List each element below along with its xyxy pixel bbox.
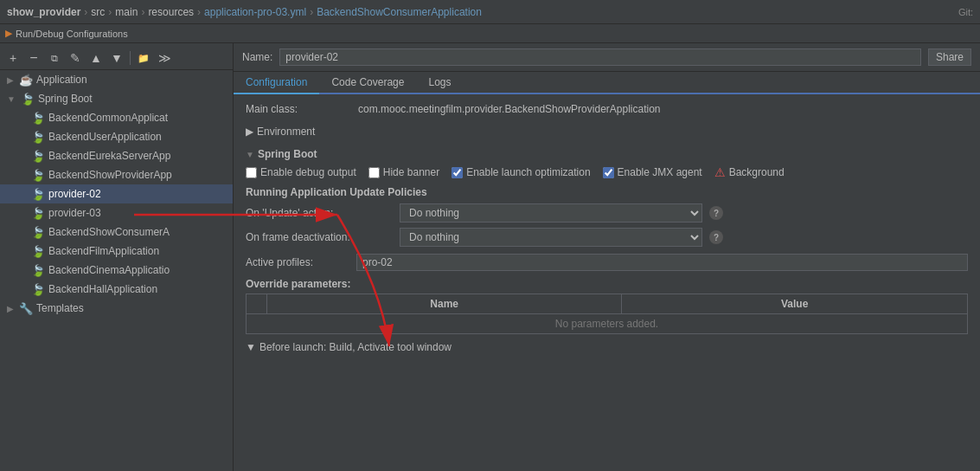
- remove-button[interactable]: −: [24, 48, 43, 68]
- sidebar-item-backend-hall[interactable]: 🍃 BackendHallApplication: [0, 280, 233, 299]
- sb-triangle-icon: ▼: [246, 150, 254, 159]
- name-input[interactable]: [279, 48, 921, 66]
- sb-icon-user: 🍃: [31, 130, 45, 144]
- move-down-button[interactable]: ▼: [107, 48, 126, 68]
- sidebar-label-backend-user: BackendUserApplication: [48, 131, 162, 143]
- add-button[interactable]: +: [3, 48, 22, 68]
- sidebar-item-provider-03[interactable]: 🍃 provider-03: [0, 203, 233, 223]
- before-launch-label: Before launch: Build, Activate tool wind…: [259, 341, 452, 353]
- table-row-empty: No parameters added.: [247, 314, 968, 334]
- environment-label: Environment: [257, 126, 315, 138]
- copy-button[interactable]: ⧉: [45, 48, 64, 68]
- springboot-group-icon: 🍃: [21, 92, 35, 106]
- spring-boot-section[interactable]: ▼ Spring Boot: [246, 148, 968, 160]
- sidebar-item-application[interactable]: ▶ ☕ Application: [0, 70, 233, 89]
- checkbox-debug-output[interactable]: Enable debug output: [246, 166, 356, 178]
- sidebar-label-provider-02: provider-02: [48, 188, 101, 200]
- tab-logs[interactable]: Logs: [416, 72, 463, 94]
- before-launch-section[interactable]: ▼ Before launch: Build, Activate tool wi…: [246, 341, 968, 353]
- main-class-row: Main class: com.mooc.meetingfilm.provide…: [246, 103, 968, 115]
- col-value: Value: [622, 294, 968, 314]
- expand-arrow-templates: ▶: [7, 304, 14, 313]
- update-help-icon[interactable]: ?: [709, 206, 723, 220]
- breadcrumb-item-6[interactable]: BackendShowConsumerApplication: [317, 6, 482, 18]
- checkboxes-row: Enable debug output Hide banner Enable l…: [246, 165, 968, 179]
- on-frame-select[interactable]: Do nothing Update classes and resources …: [400, 228, 702, 247]
- share-button[interactable]: Share: [928, 48, 971, 66]
- application-icon: ☕: [19, 73, 33, 87]
- breadcrumb-item-3[interactable]: main: [115, 6, 138, 18]
- checkbox-hide-banner[interactable]: Hide banner: [368, 166, 439, 178]
- breadcrumb-item-4[interactable]: resources: [148, 6, 194, 18]
- folder-button[interactable]: 📁: [134, 48, 153, 68]
- sidebar-label-backend-film: BackendFilmApplication: [48, 245, 159, 257]
- sidebar-item-backend-show-provider[interactable]: 🍃 BackendShowProviderApp: [0, 165, 233, 184]
- sidebar-label-application: Application: [36, 74, 87, 86]
- on-frame-label: On frame deactivation:: [246, 231, 393, 243]
- tab-code-coverage[interactable]: Code Coverage: [319, 72, 416, 94]
- breadcrumb-item-1[interactable]: show_provider: [7, 6, 80, 18]
- checkbox-hide-banner-input[interactable]: [368, 167, 380, 178]
- checkbox-hide-banner-label: Hide banner: [383, 166, 439, 178]
- sidebar-item-backend-user[interactable]: 🍃 BackendUserApplication: [0, 127, 233, 146]
- empty-msg: No parameters added.: [247, 314, 968, 334]
- content-area: Name: Share Configuration Code Coverage …: [234, 43, 980, 471]
- tab-configuration[interactable]: Configuration: [234, 72, 319, 94]
- sidebar-label-provider-03: provider-03: [48, 207, 101, 219]
- expand-arrow-springboot: ▼: [7, 94, 16, 104]
- run-debug-config-bar: ▶ Run/Debug Configurations: [0, 24, 980, 43]
- col-name: Name: [267, 294, 622, 314]
- checkbox-launch-opt-input[interactable]: [452, 167, 463, 178]
- sidebar-item-backend-film[interactable]: 🍃 BackendFilmApplication: [0, 242, 233, 261]
- on-update-select[interactable]: Do nothing Update classes and resources …: [400, 203, 702, 223]
- main-class-value: com.mooc.meetingfilm.provider.BackendSho…: [358, 103, 661, 115]
- sidebar-item-backend-eureka[interactable]: 🍃 BackendEurekaServerApp: [0, 146, 233, 165]
- sidebar-label-backend-eureka: BackendEurekaServerApp: [48, 150, 170, 162]
- breadcrumb-item-2[interactable]: src: [91, 6, 105, 18]
- sidebar-label-springboot: Spring Boot: [38, 93, 93, 105]
- sb-icon-common: 🍃: [31, 111, 45, 125]
- environment-section[interactable]: ▶ Environment: [246, 122, 968, 141]
- checkbox-background[interactable]: ⚠ Background: [714, 165, 785, 179]
- checkbox-launch-optimization[interactable]: Enable launch optimization: [452, 166, 590, 178]
- checkbox-jmx-input[interactable]: [603, 167, 614, 178]
- sb-icon-show-consumer: 🍃: [31, 225, 45, 239]
- sidebar-item-templates[interactable]: ▶ 🔧 Templates: [0, 299, 233, 318]
- git-label: Git:: [958, 7, 973, 17]
- checkbox-background-label: Background: [729, 166, 785, 178]
- toolbar-separator: [130, 51, 131, 65]
- checkbox-debug-input[interactable]: [246, 167, 257, 178]
- sidebar-label-backend-common: BackendCommonApplicat: [48, 112, 168, 124]
- params-table: Name Value No parameters added.: [246, 294, 968, 334]
- name-bar: Name: Share: [234, 43, 980, 72]
- sidebar-item-springboot-group[interactable]: ▼ 🍃 Spring Boot: [0, 89, 233, 108]
- on-update-label: On 'Update' action:: [246, 207, 393, 219]
- active-profiles-input[interactable]: [356, 254, 968, 271]
- move-up-button[interactable]: ▲: [86, 48, 106, 68]
- expand-arrow-application: ▶: [7, 75, 14, 85]
- checkbox-jmx-agent[interactable]: Enable JMX agent: [603, 166, 702, 178]
- breadcrumb-bar: show_provider › src › main › resources ›…: [0, 0, 980, 24]
- edit-button[interactable]: ✎: [66, 48, 85, 68]
- sidebar-toolbar: + − ⧉ ✎ ▲ ▼ 📁 ≫: [0, 47, 233, 70]
- warn-icon: ⚠: [714, 165, 726, 179]
- sidebar-item-backend-cinema[interactable]: 🍃 BackendCinemaApplicatio: [0, 261, 233, 280]
- config-body: Main class: com.mooc.meetingfilm.provide…: [234, 94, 980, 362]
- name-label: Name:: [242, 51, 272, 63]
- more-button[interactable]: ≫: [155, 48, 174, 68]
- sb-icon-provider-03: 🍃: [31, 206, 45, 220]
- env-triangle-icon: ▶: [246, 126, 253, 138]
- frame-help-icon[interactable]: ?: [709, 230, 723, 244]
- breadcrumb-item-5[interactable]: application-pro-03.yml: [204, 6, 306, 18]
- checkbox-jmx-label: Enable JMX agent: [618, 166, 702, 178]
- run-config-label: Run/Debug Configurations: [16, 29, 128, 39]
- sb-icon-hall: 🍃: [31, 282, 45, 296]
- override-params-title: Override parameters:: [246, 278, 968, 290]
- breadcrumb: show_provider › src › main › resources ›…: [7, 6, 482, 18]
- sb-icon-show-provider: 🍃: [31, 168, 45, 182]
- sidebar-label-backend-show-provider: BackendShowProviderApp: [48, 169, 172, 181]
- sidebar-item-backend-common[interactable]: 🍃 BackendCommonApplicat: [0, 108, 233, 127]
- sidebar-item-backend-show-consumer[interactable]: 🍃 BackendShowConsumerA: [0, 223, 233, 242]
- running-policies-section: Running Application Update Policies On '…: [246, 186, 968, 247]
- sidebar-item-provider-02[interactable]: 🍃 provider-02: [0, 184, 233, 203]
